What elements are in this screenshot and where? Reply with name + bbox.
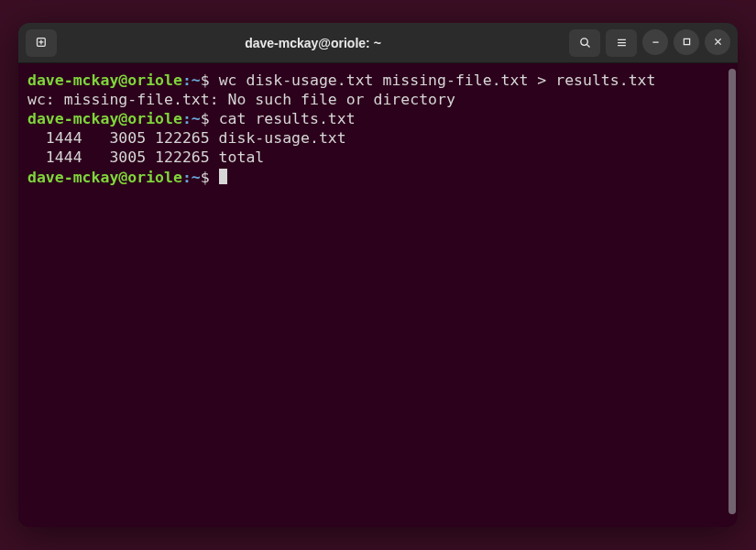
terminal-output-line: 1444 3005 122265 total <box>27 148 729 167</box>
minimize-button[interactable] <box>642 29 668 55</box>
prompt-dollar: $ <box>201 169 219 186</box>
prompt-userhost: dave-mckay@oriole <box>27 72 182 89</box>
terminal-output-line: 1444 3005 122265 disk-usage.txt <box>27 128 729 148</box>
search-button[interactable] <box>569 29 600 57</box>
titlebar: dave-mckay@oriole: ~ <box>18 23 738 63</box>
terminal-command-line: dave-mckay@oriole:~$ cat results.txt <box>27 109 729 128</box>
close-button[interactable] <box>705 29 730 55</box>
svg-rect-9 <box>684 38 689 44</box>
terminal-output-line: wc: missing-file.txt: No such file or di… <box>27 90 729 109</box>
prompt-path: ~ <box>192 169 201 186</box>
command-text: wc disk-usage.txt missing-file.txt > res… <box>219 72 656 89</box>
maximize-button[interactable] <box>674 29 699 55</box>
window-title: dave-mckay@oriole: ~ <box>62 36 564 50</box>
new-tab-button[interactable] <box>26 29 57 57</box>
prompt-dollar: $ <box>201 110 219 127</box>
prompt-userhost: dave-mckay@oriole <box>27 169 182 186</box>
svg-point-3 <box>580 38 587 46</box>
prompt-dollar: $ <box>201 72 219 89</box>
terminal-body[interactable]: dave-mckay@oriole:~$ wc disk-usage.txt m… <box>18 63 738 527</box>
svg-line-4 <box>586 44 589 47</box>
terminal-window: dave-mckay@oriole: ~ <box>18 23 738 527</box>
prompt-path: ~ <box>192 72 201 89</box>
prompt-path: ~ <box>192 110 201 127</box>
cursor <box>219 169 227 184</box>
scrollbar[interactable] <box>729 69 736 514</box>
menu-button[interactable] <box>606 29 637 57</box>
prompt-userhost: dave-mckay@oriole <box>27 110 182 127</box>
command-text: cat results.txt <box>219 110 356 127</box>
terminal-command-line: dave-mckay@oriole:~$ wc disk-usage.txt m… <box>27 71 729 90</box>
terminal-command-line: dave-mckay@oriole:~$ <box>27 168 729 187</box>
